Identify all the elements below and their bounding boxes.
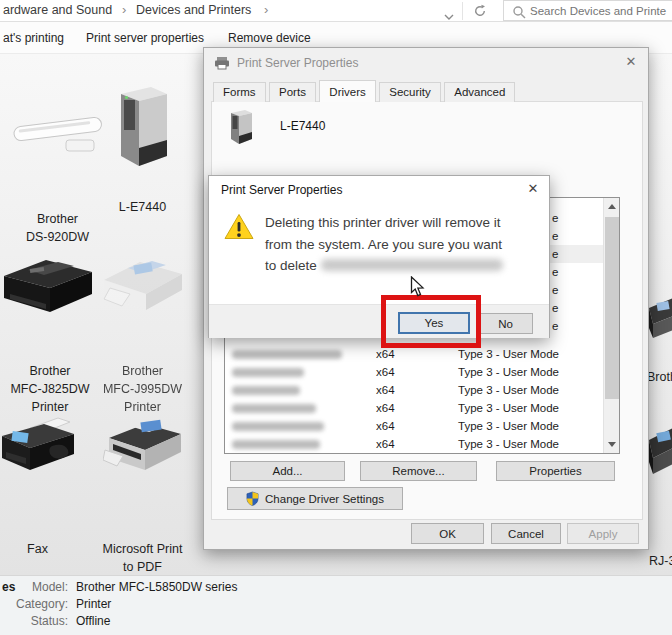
scroll-down-icon — [608, 442, 616, 447]
red-highlight-annotation — [381, 295, 481, 348]
driver-processor: x64 — [376, 366, 395, 378]
driver-row[interactable]: x64 Type 3 - User Mode — [226, 400, 602, 418]
status-label: Status: — [2, 614, 68, 628]
driver-processor: x64 — [376, 384, 395, 396]
device-label: Fax — [0, 540, 75, 558]
details-pane: es Model: Brother MFC-L5850DW series Cat… — [0, 575, 672, 635]
add-button[interactable]: Add... — [230, 461, 345, 481]
breadcrumb-separator: › — [122, 2, 126, 17]
driver-row[interactable]: x64 Type 3 - User Mode — [226, 346, 602, 364]
breadcrumb-hardware-and-sound[interactable]: ardware and Sound — [3, 3, 112, 17]
scroll-up-button[interactable] — [604, 198, 620, 215]
device-label: Microsoft Printto PDF — [95, 540, 190, 576]
tab-strip: Forms Ports Drivers Security Advanced — [213, 82, 514, 102]
warning-icon — [223, 212, 255, 245]
search-icon — [512, 5, 526, 23]
mouse-cursor — [410, 276, 425, 303]
driver-type: Type 3 - User Mode — [458, 420, 559, 432]
redacted-driver-name — [232, 440, 320, 449]
breadcrumb-devices-and-printers[interactable]: Devices and Printers — [136, 3, 251, 17]
confirm-dialog-title: Print Server Properties — [221, 183, 342, 197]
row-sliver: e — [552, 266, 558, 278]
fax-icon — [0, 414, 78, 480]
category-value: Printer — [76, 597, 111, 611]
driver-row[interactable]: x64 Type 3 - User Mode — [226, 364, 602, 382]
driver-type: Type 3 - User Mode — [458, 348, 559, 360]
breadcrumb-separator: › — [264, 2, 268, 17]
refresh-icon[interactable] — [473, 4, 487, 22]
list-scrollbar[interactable] — [603, 198, 619, 453]
printer-icon — [214, 56, 230, 74]
toolbar-print-server-properties[interactable]: Print server properties — [86, 31, 204, 45]
close-icon[interactable]: ✕ — [618, 54, 644, 69]
printer-white-icon — [100, 254, 186, 320]
row-sliver: e — [552, 248, 558, 260]
driver-type: Type 3 - User Mode — [458, 366, 559, 378]
driver-type: Type 3 - User Mode — [458, 402, 559, 414]
search-input[interactable] — [530, 1, 672, 20]
device-label: RJ-31 — [649, 552, 672, 570]
model-value: Brother MFC-L5850DW series — [76, 580, 237, 594]
tab-advanced[interactable]: Advanced — [444, 82, 515, 102]
redacted-printer-name — [321, 259, 503, 271]
printer-black-icon — [0, 254, 96, 320]
toolbar-remove-device[interactable]: Remove device — [228, 31, 311, 45]
tab-security[interactable]: Security — [379, 82, 441, 102]
device-label: BrotherMFC-J995DWPrinter — [95, 362, 190, 416]
devices-and-printers-window: ardware and Sound › Devices and Printers… — [0, 0, 672, 635]
scrollbar-thumb[interactable] — [605, 217, 619, 399]
toolbar-whats-printing[interactable]: at's printing — [3, 31, 64, 45]
address-bar: ardware and Sound › Devices and Printers… — [0, 0, 672, 22]
delete-driver-confirm-dialog: Print Server Properties ✕ Deleting this … — [208, 175, 550, 338]
driver-type: Type 3 - User Mode — [458, 384, 559, 396]
scroll-up-icon — [608, 204, 616, 209]
driver-row[interactable]: x64 Type 3 - User Mode — [226, 436, 602, 454]
driver-row[interactable]: x64 Type 3 - User Mode — [226, 382, 602, 400]
driver-type: Type 3 - User Mode — [458, 438, 559, 450]
server-name: L-E7440 — [280, 119, 325, 133]
status-value: Offline — [76, 614, 110, 628]
cancel-button[interactable]: Cancel — [491, 523, 561, 544]
message-line-1: Deleting this printer driver will remove… — [265, 212, 545, 234]
row-sliver: e — [552, 230, 558, 242]
uac-shield-icon — [246, 491, 259, 506]
row-sliver: e — [552, 320, 558, 332]
server-tower-icon — [228, 108, 254, 150]
scanner-icon — [10, 104, 106, 162]
tab-forms[interactable]: Forms — [213, 82, 266, 102]
no-button[interactable]: No — [478, 313, 533, 334]
device-label: Brothe — [647, 368, 672, 386]
row-sliver: e — [552, 284, 558, 296]
message-line-3: to delete — [265, 255, 545, 277]
printer-partial-icon — [647, 294, 672, 348]
redacted-driver-name — [232, 422, 324, 431]
scroll-down-button[interactable] — [604, 436, 620, 453]
redacted-driver-name — [232, 368, 304, 377]
driver-processor: x64 — [376, 348, 395, 360]
change-driver-settings-button[interactable]: Change Driver Settings — [227, 487, 403, 510]
redacted-driver-name — [232, 404, 316, 413]
redacted-driver-name — [232, 350, 342, 359]
search-box[interactable] — [503, 0, 672, 21]
tab-ports[interactable]: Ports — [269, 82, 316, 102]
device-label: BrotherDS-920DW — [5, 210, 110, 246]
remove-button[interactable]: Remove... — [360, 461, 477, 481]
address-divider — [462, 2, 463, 20]
tab-drivers[interactable]: Drivers — [319, 80, 375, 102]
ok-button[interactable]: OK — [411, 523, 484, 544]
message-line-2: from the system. Are you sure you want — [265, 234, 545, 256]
redacted-driver-name — [232, 386, 300, 395]
model-label: Model: — [2, 580, 68, 594]
driver-row[interactable]: x64 Type 3 - User Mode — [226, 418, 602, 436]
printer-partial-icon — [647, 422, 672, 486]
driver-processor: x64 — [376, 420, 395, 432]
close-icon[interactable]: ✕ — [521, 181, 545, 196]
driver-processor: x64 — [376, 402, 395, 414]
category-label: Category: — [2, 597, 68, 611]
properties-button[interactable]: Properties — [496, 461, 615, 481]
device-label: L-E7440 — [105, 198, 180, 216]
apply-button[interactable]: Apply — [567, 523, 639, 544]
dialog-title: Print Server Properties — [237, 56, 358, 70]
change-driver-settings-label: Change Driver Settings — [265, 493, 384, 505]
driver-processor: x64 — [376, 438, 395, 450]
